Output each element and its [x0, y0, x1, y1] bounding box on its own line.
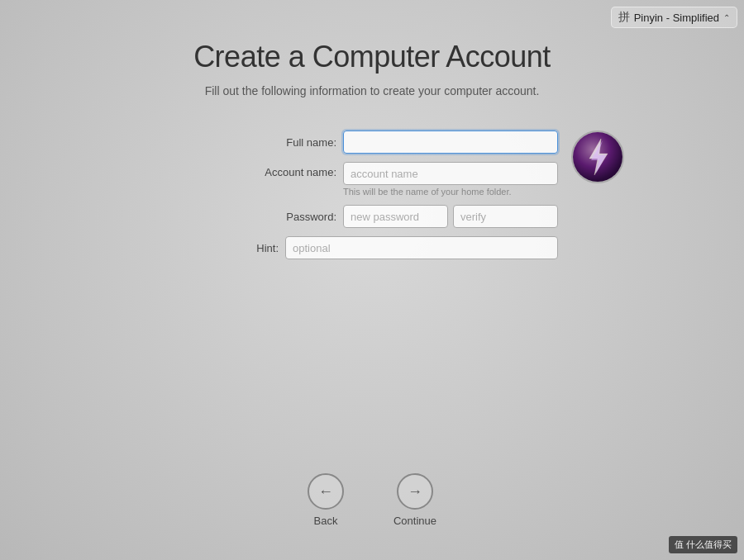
password-label: Password: [244, 211, 343, 223]
lightning-icon [573, 132, 622, 182]
input-method-icon: 拼 [618, 10, 630, 25]
hint-label: Hint: [186, 242, 285, 254]
full-name-label: Full name: [244, 136, 343, 149]
account-name-helper: This will be the name of your home folde… [343, 187, 558, 197]
subtitle: Fill out the following information to cr… [205, 84, 540, 97]
account-name-section: This will be the name of your home folde… [343, 162, 558, 197]
password-row: Password: [244, 205, 558, 228]
account-name-input[interactable] [343, 162, 558, 185]
continue-arrow-icon: → [397, 473, 433, 510]
account-name-row: Account name: This will be the name of y… [244, 162, 558, 197]
back-button[interactable]: ← Back [308, 473, 344, 527]
new-password-input[interactable] [343, 205, 448, 228]
chevron-down-icon: ⌃ [723, 13, 730, 22]
continue-button[interactable]: → Continue [393, 473, 436, 527]
full-name-row: Full name: [244, 131, 558, 154]
watermark: 值 什么值得买 [669, 536, 737, 553]
avatar [571, 131, 624, 183]
hint-row: Hint: [186, 236, 558, 259]
nav-buttons: ← Back → Continue [0, 473, 744, 527]
back-label: Back [314, 515, 338, 527]
verify-password-input[interactable] [453, 205, 558, 228]
password-inputs [343, 205, 558, 228]
continue-label: Continue [393, 515, 436, 527]
input-method-label: Pinyin - Simplified [634, 12, 719, 24]
full-name-input[interactable] [343, 131, 558, 154]
page-title: Create a Computer Account [193, 40, 551, 74]
input-method-bar[interactable]: 拼 Pinyin - Simplified ⌃ [611, 7, 737, 28]
form-area: Full name: Account name: This will be th… [186, 131, 558, 268]
hint-input[interactable] [285, 236, 558, 259]
avatar-inner [573, 132, 622, 182]
account-name-label: Account name: [244, 162, 343, 178]
avatar-container[interactable] [571, 131, 624, 183]
back-arrow-icon: ← [308, 473, 344, 510]
